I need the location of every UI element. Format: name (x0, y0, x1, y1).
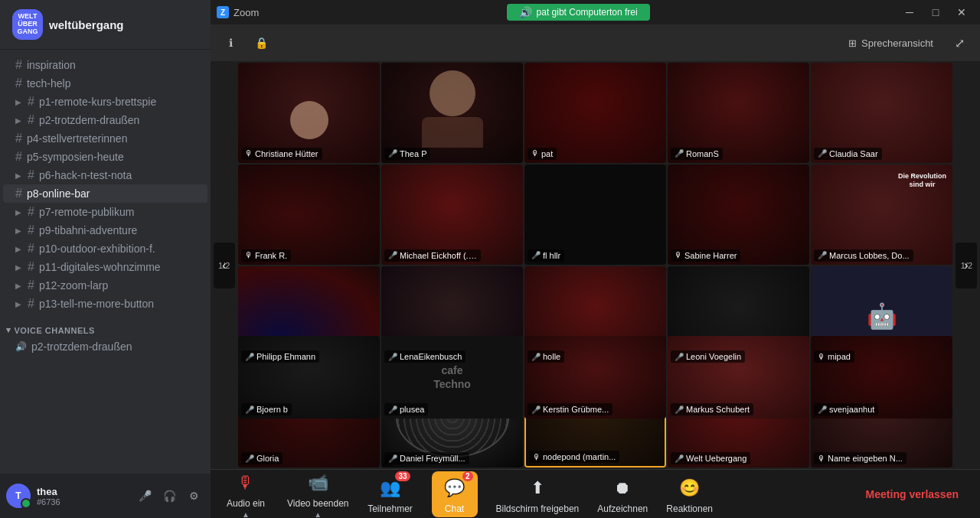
channel-arrow-icon: ▶ (15, 245, 21, 253)
video-cell-frankr[interactable]: 🎙 Frank R. (238, 165, 380, 265)
channel-item-p12[interactable]: ▶ # p12-zoom-larp (3, 276, 207, 295)
video-chevron[interactable]: ▲ (314, 510, 322, 518)
video-name-badge: 🎤 Marcus Lobbes, Do... (814, 249, 913, 262)
participant-name: Welt Uebergang (686, 454, 746, 463)
mic-on-icon: 🎙 (245, 149, 253, 158)
channel-hash-icon: # (28, 242, 34, 256)
chat-button[interactable]: 💬 2 Chat (432, 471, 478, 517)
channel-item-p9[interactable]: ▶ # p9-tibahni-adventure (3, 221, 207, 239)
channel-name: p7-remote-publikum (39, 206, 135, 218)
channel-item-tech-help[interactable]: # tech-help (3, 74, 207, 93)
channel-name: inspiration (27, 59, 76, 71)
video-cell-sabine[interactable]: 🎙 Sabine Harrer (668, 165, 809, 265)
mic-muted-icon: 🎤 (388, 251, 397, 259)
video-name-badge: 🎤 plusea (384, 403, 428, 415)
sprecheransicht-button[interactable]: ⊞ Sprecheransicht (842, 34, 939, 52)
cafetechno-text: cafeTechno (433, 363, 471, 391)
channel-name: p5-symposien-heute (27, 151, 124, 163)
channel-item-p2[interactable]: ▶ # p2-trotzdem-draußen (3, 111, 207, 129)
participant-name: LenaEikenbusch (400, 352, 462, 361)
video-cell-thea[interactable]: 🎤 Thea P (381, 63, 523, 163)
maximize-button[interactable]: □ (923, 2, 948, 23)
security-button[interactable]: 🔒 (250, 32, 272, 54)
video-name-badge: 🎤 fl hllr (528, 249, 564, 262)
video-cell-romans[interactable]: 🎤 RomanS (668, 63, 809, 163)
sprecheransicht-label: Sprecheransicht (861, 37, 933, 49)
channel-hash-icon: # (28, 223, 34, 237)
video-cell-sven[interactable]: 🎤 svenjaanhut (811, 336, 952, 419)
chat-icon: 💬 2 (441, 474, 469, 502)
video-cell-plusea[interactable]: cafeTechno 🎤 plusea (381, 336, 523, 419)
channel-item-p6[interactable]: ▶ # p6-hack-n-test-nota (3, 166, 207, 184)
channel-name: p4-stellvertreterinnen (27, 132, 128, 145)
channel-hash-icon: # (28, 279, 34, 292)
robot-icon: 🤖 (867, 301, 897, 331)
screen-share-button[interactable]: ⬆ Bildschirm freigeben (496, 474, 580, 514)
leave-meeting-button[interactable]: Meeting verlassen (857, 484, 968, 505)
participant-name: Marcus Lobbes, Do... (829, 251, 910, 260)
server-icon: WELT ÜBER GANG (12, 9, 43, 40)
zoom-notification-pill: 🔊 pat gibt Computerton frei (507, 4, 650, 21)
channel-item-p13[interactable]: ▶ # p13-tell-me-more-button (3, 295, 207, 313)
zoom-window-controls: ─ □ ✕ (897, 2, 974, 23)
video-cell-michael[interactable]: 🎤 Michael Eickhoff (.… (381, 165, 523, 265)
channel-item-p11[interactable]: ▶ # p11-digitales-wohnzimme (3, 258, 207, 276)
video-cell-christiane[interactable]: 🎙 Christiane Hütter (238, 63, 380, 163)
participants-count-badge: 33 (395, 471, 410, 481)
video-cell-pat[interactable]: 🎙 pat (524, 63, 666, 163)
channel-arrow-icon: ▶ (15, 300, 21, 308)
channel-name: p9-tibahni-adventure (39, 224, 137, 236)
audio-button[interactable]: 🎙 Audio ein ▲ (223, 469, 269, 518)
voice-channel-p2[interactable]: 🔊 p2-trotzdem-draußen (3, 338, 207, 355)
channel-item-p5[interactable]: # p5-symposien-heute (3, 148, 207, 166)
participants-button[interactable]: 👥 33 Teilnehmer (368, 474, 413, 514)
participant-name: Name eingeben N... (828, 454, 903, 463)
zoom-logo-letter: Z (220, 8, 225, 17)
deafen-button[interactable]: 🎧 (158, 485, 180, 507)
reactions-button[interactable]: 😊 Reaktionen (666, 474, 713, 514)
record-button[interactable]: ⏺ Aufzeichnen (597, 474, 648, 514)
channel-item-p10[interactable]: ▶ # p10-outdoor-exhibition-f. (3, 239, 207, 258)
speaker-icon: 🔊 (15, 341, 27, 352)
channel-hash-icon: # (15, 58, 22, 72)
video-button[interactable]: 📹 Video beenden ▲ (287, 469, 349, 518)
channel-item-inspiration[interactable]: # inspiration (3, 56, 207, 74)
video-cell-kerstin[interactable]: 🎤 Kerstin Grübme... (524, 336, 666, 419)
video-cell-marcus[interactable]: Die Revolutionsind wir 🎤 Marcus Lobbes, … (811, 165, 952, 265)
video-cell-markus[interactable]: 🎤 Markus Schubert (668, 336, 809, 419)
zoom-bottom-bar: 🎙 Audio ein ▲ 📹 Video beenden ▲ 👥 33 Tei… (211, 469, 980, 518)
participant-name: Thea P (400, 149, 426, 158)
video-name-badge: 🎤 Michael Eickhoff (.… (384, 249, 481, 262)
video-cell-claudia[interactable]: 🎤 Claudia Saar (811, 63, 952, 163)
video-cell-bjoern[interactable]: 🎤 Bjoern b (238, 336, 380, 419)
minimize-button[interactable]: ─ (897, 2, 922, 23)
channel-item-p8[interactable]: # p8-online-bar (3, 184, 207, 203)
channel-name: p1-remote-kurs-brettspie (39, 96, 156, 108)
participant-name: pat (541, 149, 553, 158)
user-tag: #6736 (37, 497, 128, 507)
info-button[interactable]: ℹ (220, 32, 241, 54)
mute-button[interactable]: 🎤 (134, 485, 155, 507)
channel-item-p4[interactable]: # p4-stellvertreterinnen (3, 129, 207, 148)
channel-hash-icon: # (28, 168, 34, 182)
video-name-badge: 🎙 Frank R. (241, 249, 291, 262)
channel-item-p7[interactable]: ▶ # p7-remote-publikum (3, 203, 207, 221)
participant-name: Markus Schubert (686, 405, 750, 414)
fullscreen-button[interactable]: ⤢ (949, 33, 971, 54)
audio-chevron[interactable]: ▲ (242, 510, 250, 518)
collapse-icon[interactable]: ▾ (6, 325, 11, 335)
mic-muted-icon: 🎤 (388, 454, 397, 463)
mic-muted-icon: 🎤 (818, 149, 827, 158)
settings-button[interactable]: ⚙ (183, 485, 204, 507)
user-name: thea (37, 486, 128, 497)
mic-muted-icon: 🎤 (818, 406, 827, 414)
server-header[interactable]: WELT ÜBER GANG weltübergang (0, 0, 211, 50)
channel-name: p11-digitales-wohnzimme (39, 261, 161, 273)
video-name-badge: 🎤 Kerstin Grübme... (528, 403, 612, 415)
channel-item-p1[interactable]: ▶ # p1-remote-kurs-brettspie (3, 93, 207, 111)
video-name-badge: 🎤 Daniel Freymüll... (384, 452, 469, 464)
video-cell-flhllr[interactable]: 🎤 fl hllr (524, 165, 666, 265)
close-button[interactable]: ✕ (949, 2, 974, 23)
video-name-badge: 🎤 holle (528, 350, 564, 363)
channel-arrow-icon: ▶ (15, 171, 21, 180)
